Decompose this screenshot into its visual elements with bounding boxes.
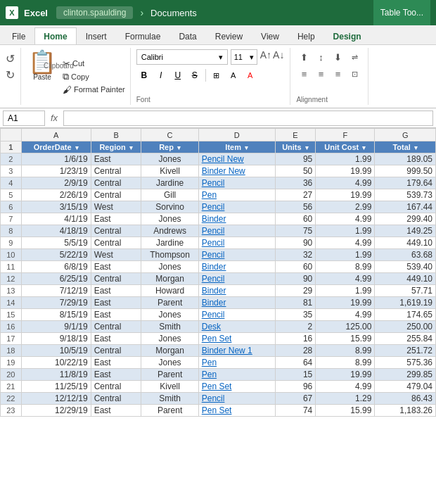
cell-rep[interactable]: Smith	[141, 393, 198, 405]
cell-units[interactable]: 15	[275, 369, 316, 381]
tab-formulae[interactable]: Formulae	[116, 27, 170, 44]
cell-total[interactable]: 179.64	[375, 177, 436, 189]
cell-units[interactable]: 28	[275, 345, 316, 357]
col-header-a[interactable]: A	[21, 129, 91, 141]
align-middle-button[interactable]: ↕	[313, 49, 328, 65]
cell-unitcost[interactable]: 4.99	[316, 381, 375, 393]
col-header-f[interactable]: F	[316, 129, 375, 141]
cell-units[interactable]: 16	[275, 333, 316, 345]
cell-total[interactable]: 299.40	[375, 213, 436, 225]
cell-item[interactable]: Pencil	[198, 273, 275, 285]
undo-button[interactable]: ↺	[4, 51, 16, 67]
cell-units[interactable]: 95	[275, 153, 316, 165]
cell-rep[interactable]: Jardine	[141, 177, 198, 189]
font-color-button[interactable]: A	[243, 68, 258, 83]
tab-review[interactable]: Review	[206, 27, 252, 44]
cell-rep[interactable]: Howard	[141, 285, 198, 297]
cell-region[interactable]: East	[91, 261, 141, 273]
cell-units[interactable]: 32	[275, 249, 316, 261]
cell-region[interactable]: Central	[91, 345, 141, 357]
cell-item[interactable]: Pencil	[198, 249, 275, 261]
cell-date[interactable]: 10/5/19	[21, 345, 91, 357]
cell-region[interactable]: West	[91, 201, 141, 213]
header-region[interactable]: Region ▾	[91, 141, 141, 153]
cell-region[interactable]: East	[91, 213, 141, 225]
cell-region[interactable]: Central	[91, 381, 141, 393]
cell-region[interactable]: West	[91, 249, 141, 261]
cell-total[interactable]: 86.43	[375, 393, 436, 405]
cell-region[interactable]: East	[91, 333, 141, 345]
cell-item[interactable]: Pen Set	[198, 381, 275, 393]
cell-unitcost[interactable]: 1.99	[316, 249, 375, 261]
cell-rep[interactable]: Kivell	[141, 165, 198, 177]
format-painter-button[interactable]: 🖌 Format Painter	[60, 84, 127, 96]
cell-rep[interactable]: Jones	[141, 309, 198, 321]
cell-item[interactable]: Pen	[198, 369, 275, 381]
cell-region[interactable]: East	[91, 369, 141, 381]
cell-units[interactable]: 36	[275, 177, 316, 189]
cell-date[interactable]: 12/29/19	[21, 405, 91, 417]
header-orderdate[interactable]: OrderDate ▾	[21, 141, 91, 153]
cell-total[interactable]: 149.25	[375, 225, 436, 237]
cell-item[interactable]: Binder	[198, 261, 275, 273]
cell-total[interactable]: 251.72	[375, 345, 436, 357]
cell-rep[interactable]: Thompson	[141, 249, 198, 261]
cell-unitcost[interactable]: 4.99	[316, 237, 375, 249]
cell-date[interactable]: 11/25/19	[21, 381, 91, 393]
cell-item[interactable]: Pencil	[198, 225, 275, 237]
cell-unitcost[interactable]: 1.99	[316, 225, 375, 237]
align-left-button[interactable]: ≡	[296, 66, 312, 82]
cell-rep[interactable]: Jones	[141, 333, 198, 345]
cell-date[interactable]: 5/5/19	[21, 237, 91, 249]
cell-item[interactable]: Binder New	[198, 165, 275, 177]
cell-rep[interactable]: Morgan	[141, 273, 198, 285]
header-total[interactable]: Total ▾	[375, 141, 436, 153]
fill-color-button[interactable]: A	[226, 68, 241, 83]
cell-date[interactable]: 7/12/19	[21, 285, 91, 297]
cell-region[interactable]: East	[91, 153, 141, 165]
cell-total[interactable]: 299.85	[375, 369, 436, 381]
cell-item[interactable]: Pencil	[198, 177, 275, 189]
cell-total[interactable]: 174.65	[375, 309, 436, 321]
cell-units[interactable]: 64	[275, 357, 316, 369]
cell-rep[interactable]: Jones	[141, 357, 198, 369]
cell-units[interactable]: 75	[275, 225, 316, 237]
cell-units[interactable]: 74	[275, 405, 316, 417]
strikethrough-button[interactable]: S	[187, 68, 203, 83]
col-header-e[interactable]: E	[275, 129, 316, 141]
cell-total[interactable]: 479.04	[375, 381, 436, 393]
cell-region[interactable]: Central	[91, 225, 141, 237]
cell-units[interactable]: 90	[275, 237, 316, 249]
cell-units[interactable]: 90	[275, 273, 316, 285]
col-header-b[interactable]: B	[91, 129, 141, 141]
cell-unitcost[interactable]: 8.99	[316, 261, 375, 273]
cell-total[interactable]: 189.05	[375, 153, 436, 165]
cell-unitcost[interactable]: 4.99	[316, 273, 375, 285]
font-size-dropdown[interactable]: 11 ▾	[231, 49, 257, 65]
cell-item[interactable]: Pen	[198, 357, 275, 369]
header-unitcost[interactable]: Unit Cost ▾	[316, 141, 375, 153]
cell-date[interactable]: 1/6/19	[21, 153, 91, 165]
cell-unitcost[interactable]: 4.99	[316, 213, 375, 225]
cell-date[interactable]: 4/18/19	[21, 225, 91, 237]
tab-insert[interactable]: Insert	[77, 27, 116, 44]
cell-unitcost[interactable]: 19.99	[316, 189, 375, 201]
underline-button[interactable]: U	[170, 68, 186, 83]
cell-units[interactable]: 29	[275, 285, 316, 297]
cell-date[interactable]: 3/15/19	[21, 201, 91, 213]
cell-rep[interactable]: Morgan	[141, 345, 198, 357]
bold-button[interactable]: B	[136, 68, 152, 83]
redo-button[interactable]: ↻	[4, 67, 16, 83]
tab-view[interactable]: View	[252, 27, 288, 44]
cell-region[interactable]: East	[91, 297, 141, 309]
cell-date[interactable]: 5/22/19	[21, 249, 91, 261]
cell-total[interactable]: 1,619.19	[375, 297, 436, 309]
cell-units[interactable]: 67	[275, 393, 316, 405]
cell-total[interactable]: 167.44	[375, 201, 436, 213]
cell-units[interactable]: 81	[275, 297, 316, 309]
cell-total[interactable]: 449.10	[375, 237, 436, 249]
cell-date[interactable]: 11/8/19	[21, 369, 91, 381]
border-button[interactable]: ⊞	[209, 68, 224, 83]
italic-button[interactable]: I	[153, 68, 169, 83]
cell-unitcost[interactable]: 19.99	[316, 369, 375, 381]
